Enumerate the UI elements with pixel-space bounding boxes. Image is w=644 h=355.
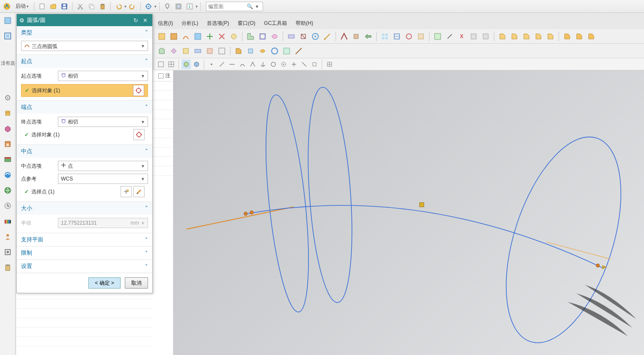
- dialog-reset-icon[interactable]: ↻: [131, 15, 140, 25]
- assembly-navigator-icon[interactable]: [2, 123, 14, 135]
- type-select[interactable]: 三点画圆弧 ▼: [21, 41, 148, 51]
- mid-option-select[interactable]: 点 ▼: [58, 161, 148, 171]
- start-target-button[interactable]: [133, 85, 144, 96]
- ribbon-icon[interactable]: [339, 31, 350, 42]
- ribbon-icon[interactable]: [521, 31, 532, 42]
- new-file-icon[interactable]: [37, 1, 47, 12]
- ribbon-icon[interactable]: [444, 31, 455, 42]
- ribbon-icon[interactable]: [322, 31, 333, 42]
- undo-dropdown[interactable]: ▾: [124, 4, 127, 9]
- start-menu[interactable]: 启动▾: [13, 3, 31, 10]
- menu-preferences[interactable]: 首选项(P): [203, 19, 233, 28]
- ribbon-icon[interactable]: [545, 31, 556, 42]
- undo-icon[interactable]: [113, 1, 124, 12]
- table-row[interactable]: [153, 100, 173, 110]
- ribbon-icon[interactable]: [480, 31, 491, 42]
- mid-ref-select[interactable]: WCS ▼: [58, 174, 148, 184]
- ribbon-icon[interactable]: [497, 31, 508, 42]
- tool-options-dropdown[interactable]: ▾: [154, 4, 157, 9]
- graphics-viewport[interactable]: [173, 70, 644, 355]
- ribbon-icon[interactable]: [156, 45, 167, 57]
- ribbon-icon[interactable]: [468, 31, 479, 42]
- point-constructor-button[interactable]: [121, 186, 132, 197]
- menu-analyze[interactable]: 分析(L): [178, 19, 202, 28]
- part-navigator-icon[interactable]: [2, 107, 14, 119]
- table-row[interactable]: [153, 129, 173, 138]
- ribbon-icon[interactable]: [156, 31, 167, 42]
- ribbon-icon[interactable]: [391, 31, 402, 42]
- snap-icon[interactable]: [258, 60, 268, 69]
- info-panel-icon[interactable]: i: [184, 1, 195, 12]
- resource-icon[interactable]: [2, 15, 14, 27]
- resource-icon[interactable]: [2, 30, 14, 42]
- menu-info[interactable]: 信息(I): [154, 19, 176, 28]
- constraint-navigator-icon[interactable]: ▦: [2, 138, 14, 150]
- menu-help[interactable]: 帮助(H): [292, 19, 317, 28]
- section-limits[interactable]: 限制˅: [17, 246, 152, 259]
- ribbon-icon[interactable]: [269, 45, 280, 57]
- dialog-close-icon[interactable]: ✕: [140, 15, 150, 25]
- table-row[interactable]: [16, 337, 170, 346]
- ribbon-icon[interactable]: [245, 45, 256, 57]
- ribbon-icon[interactable]: [204, 45, 215, 57]
- ribbon-icon[interactable]: [586, 31, 597, 42]
- section-settings[interactable]: 设置˅: [17, 259, 152, 273]
- ribbon-icon[interactable]: [228, 31, 239, 42]
- ribbon-icon[interactable]: X: [456, 31, 467, 42]
- roles-icon[interactable]: [2, 231, 14, 243]
- snap-icon[interactable]: [299, 60, 309, 69]
- tool-options-icon[interactable]: [143, 1, 154, 12]
- view-icon[interactable]: [166, 60, 176, 69]
- table-row[interactable]: [153, 147, 173, 157]
- wireframe-icon[interactable]: [192, 60, 201, 69]
- ribbon-icon[interactable]: [204, 31, 215, 42]
- table-row[interactable]: [153, 81, 173, 91]
- ribbon-icon[interactable]: [180, 31, 191, 42]
- ribbon-icon[interactable]: [403, 31, 414, 42]
- ribbon-icon[interactable]: [310, 31, 321, 42]
- snap-icon[interactable]: [238, 60, 247, 69]
- snap-icon[interactable]: [310, 60, 319, 69]
- snap-icon[interactable]: [279, 60, 288, 69]
- ribbon-icon[interactable]: [415, 31, 426, 42]
- ribbon-icon[interactable]: [180, 45, 191, 57]
- ribbon-icon[interactable]: [432, 31, 443, 42]
- search-dropdown[interactable]: ▾: [253, 3, 261, 9]
- ribbon-icon[interactable]: [298, 31, 309, 42]
- section-mid-header[interactable]: 中点˄: [17, 144, 152, 158]
- table-row[interactable]: [153, 119, 173, 129]
- snap-icon[interactable]: [269, 60, 278, 69]
- snap-icon[interactable]: [207, 60, 216, 69]
- grid-icon[interactable]: [325, 60, 334, 69]
- menu-gctoolbox[interactable]: GC工具箱: [260, 19, 290, 28]
- snap-icon[interactable]: [217, 60, 227, 69]
- section-type-header[interactable]: 类型˄: [17, 26, 152, 39]
- table-row[interactable]: [153, 138, 173, 147]
- gear-icon[interactable]: [2, 92, 14, 104]
- snap-icon[interactable]: [289, 60, 299, 69]
- dialog-titlebar[interactable]: ⚙ 圆弧/圆 ↻ ✕: [17, 14, 152, 26]
- ribbon-icon[interactable]: [233, 45, 244, 57]
- command-search-input[interactable]: [208, 3, 247, 9]
- cut-icon[interactable]: [75, 1, 85, 12]
- snap-icon[interactable]: [248, 60, 257, 69]
- cancel-button[interactable]: 取消: [125, 277, 148, 289]
- section-support-plane[interactable]: 支持平面˅: [17, 233, 152, 246]
- section-start-header[interactable]: 起点˄: [17, 54, 152, 68]
- snap-icon[interactable]: [227, 60, 237, 69]
- ribbon-icon[interactable]: [168, 31, 179, 42]
- paste-icon[interactable]: [97, 1, 108, 12]
- ok-button[interactable]: < 确定 >: [88, 277, 121, 289]
- clipboard-icon[interactable]: [2, 262, 14, 274]
- ribbon-icon[interactable]: [533, 31, 544, 42]
- end-target-button[interactable]: [133, 129, 145, 140]
- menu-window[interactable]: 窗口(O): [234, 19, 259, 28]
- ribbon-icon[interactable]: [379, 31, 390, 42]
- info-dropdown[interactable]: ▾: [196, 4, 198, 9]
- ribbon-icon[interactable]: [286, 31, 297, 42]
- end-option-select[interactable]: 相切 ▼: [58, 117, 148, 127]
- dialog-settings-icon[interactable]: ⚙: [19, 17, 24, 24]
- system-icon[interactable]: [2, 246, 14, 258]
- table-row[interactable]: [153, 91, 173, 100]
- history-icon[interactable]: [2, 200, 14, 212]
